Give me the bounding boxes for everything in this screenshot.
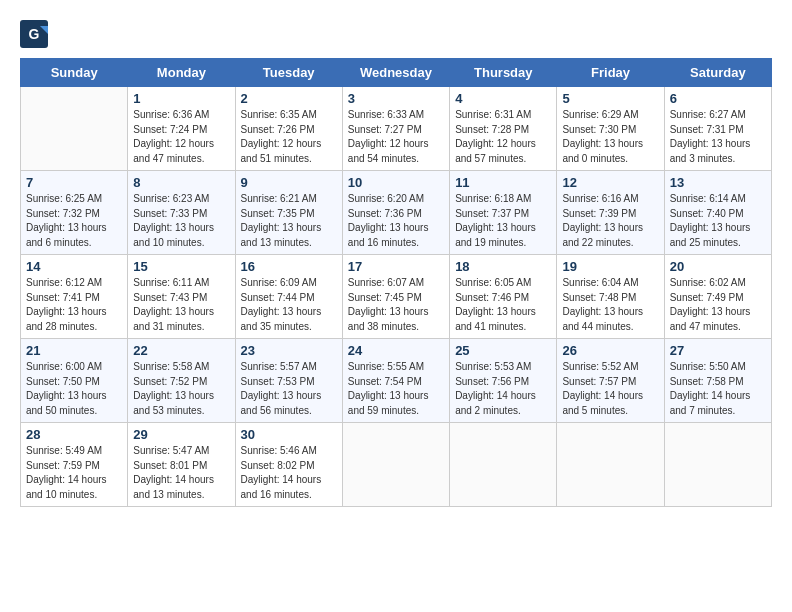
calendar-cell xyxy=(21,87,128,171)
day-info: Sunrise: 6:36 AMSunset: 7:24 PMDaylight:… xyxy=(133,108,229,166)
day-number: 8 xyxy=(133,175,229,190)
calendar-cell: 19Sunrise: 6:04 AMSunset: 7:48 PMDayligh… xyxy=(557,255,664,339)
day-number: 10 xyxy=(348,175,444,190)
day-info: Sunrise: 6:29 AMSunset: 7:30 PMDaylight:… xyxy=(562,108,658,166)
weekday-header-wednesday: Wednesday xyxy=(342,59,449,87)
page-header: G xyxy=(20,20,772,48)
calendar-cell: 5Sunrise: 6:29 AMSunset: 7:30 PMDaylight… xyxy=(557,87,664,171)
calendar-table: SundayMondayTuesdayWednesdayThursdayFrid… xyxy=(20,58,772,507)
day-info: Sunrise: 6:12 AMSunset: 7:41 PMDaylight:… xyxy=(26,276,122,334)
calendar-cell xyxy=(664,423,771,507)
day-number: 15 xyxy=(133,259,229,274)
weekday-header-tuesday: Tuesday xyxy=(235,59,342,87)
calendar-cell xyxy=(557,423,664,507)
calendar-cell: 10Sunrise: 6:20 AMSunset: 7:36 PMDayligh… xyxy=(342,171,449,255)
day-number: 24 xyxy=(348,343,444,358)
calendar-week-2: 7Sunrise: 6:25 AMSunset: 7:32 PMDaylight… xyxy=(21,171,772,255)
day-number: 9 xyxy=(241,175,337,190)
weekday-header-thursday: Thursday xyxy=(450,59,557,87)
calendar-cell: 25Sunrise: 5:53 AMSunset: 7:56 PMDayligh… xyxy=(450,339,557,423)
day-number: 3 xyxy=(348,91,444,106)
day-number: 25 xyxy=(455,343,551,358)
weekday-header-saturday: Saturday xyxy=(664,59,771,87)
day-info: Sunrise: 5:53 AMSunset: 7:56 PMDaylight:… xyxy=(455,360,551,418)
calendar-cell xyxy=(450,423,557,507)
day-number: 26 xyxy=(562,343,658,358)
day-info: Sunrise: 5:57 AMSunset: 7:53 PMDaylight:… xyxy=(241,360,337,418)
day-number: 27 xyxy=(670,343,766,358)
day-info: Sunrise: 6:31 AMSunset: 7:28 PMDaylight:… xyxy=(455,108,551,166)
calendar-cell: 18Sunrise: 6:05 AMSunset: 7:46 PMDayligh… xyxy=(450,255,557,339)
day-number: 13 xyxy=(670,175,766,190)
day-info: Sunrise: 6:21 AMSunset: 7:35 PMDaylight:… xyxy=(241,192,337,250)
calendar-cell: 27Sunrise: 5:50 AMSunset: 7:58 PMDayligh… xyxy=(664,339,771,423)
day-info: Sunrise: 6:09 AMSunset: 7:44 PMDaylight:… xyxy=(241,276,337,334)
calendar-cell: 30Sunrise: 5:46 AMSunset: 8:02 PMDayligh… xyxy=(235,423,342,507)
calendar-cell: 28Sunrise: 5:49 AMSunset: 7:59 PMDayligh… xyxy=(21,423,128,507)
day-info: Sunrise: 6:20 AMSunset: 7:36 PMDaylight:… xyxy=(348,192,444,250)
calendar-cell: 26Sunrise: 5:52 AMSunset: 7:57 PMDayligh… xyxy=(557,339,664,423)
day-info: Sunrise: 6:00 AMSunset: 7:50 PMDaylight:… xyxy=(26,360,122,418)
calendar-cell: 13Sunrise: 6:14 AMSunset: 7:40 PMDayligh… xyxy=(664,171,771,255)
day-number: 12 xyxy=(562,175,658,190)
calendar-cell: 2Sunrise: 6:35 AMSunset: 7:26 PMDaylight… xyxy=(235,87,342,171)
calendar-cell: 15Sunrise: 6:11 AMSunset: 7:43 PMDayligh… xyxy=(128,255,235,339)
day-info: Sunrise: 5:46 AMSunset: 8:02 PMDaylight:… xyxy=(241,444,337,502)
calendar-cell: 3Sunrise: 6:33 AMSunset: 7:27 PMDaylight… xyxy=(342,87,449,171)
calendar-cell: 16Sunrise: 6:09 AMSunset: 7:44 PMDayligh… xyxy=(235,255,342,339)
day-number: 28 xyxy=(26,427,122,442)
day-number: 19 xyxy=(562,259,658,274)
day-info: Sunrise: 5:55 AMSunset: 7:54 PMDaylight:… xyxy=(348,360,444,418)
calendar-week-4: 21Sunrise: 6:00 AMSunset: 7:50 PMDayligh… xyxy=(21,339,772,423)
day-info: Sunrise: 6:35 AMSunset: 7:26 PMDaylight:… xyxy=(241,108,337,166)
calendar-cell: 23Sunrise: 5:57 AMSunset: 7:53 PMDayligh… xyxy=(235,339,342,423)
weekday-header-friday: Friday xyxy=(557,59,664,87)
day-number: 7 xyxy=(26,175,122,190)
calendar-cell xyxy=(342,423,449,507)
calendar-cell: 21Sunrise: 6:00 AMSunset: 7:50 PMDayligh… xyxy=(21,339,128,423)
day-number: 22 xyxy=(133,343,229,358)
day-number: 30 xyxy=(241,427,337,442)
weekday-header-monday: Monday xyxy=(128,59,235,87)
day-number: 11 xyxy=(455,175,551,190)
day-info: Sunrise: 6:33 AMSunset: 7:27 PMDaylight:… xyxy=(348,108,444,166)
day-number: 23 xyxy=(241,343,337,358)
day-info: Sunrise: 6:14 AMSunset: 7:40 PMDaylight:… xyxy=(670,192,766,250)
day-info: Sunrise: 5:50 AMSunset: 7:58 PMDaylight:… xyxy=(670,360,766,418)
calendar-cell: 20Sunrise: 6:02 AMSunset: 7:49 PMDayligh… xyxy=(664,255,771,339)
calendar-cell: 24Sunrise: 5:55 AMSunset: 7:54 PMDayligh… xyxy=(342,339,449,423)
weekday-header-sunday: Sunday xyxy=(21,59,128,87)
day-info: Sunrise: 6:18 AMSunset: 7:37 PMDaylight:… xyxy=(455,192,551,250)
day-info: Sunrise: 6:05 AMSunset: 7:46 PMDaylight:… xyxy=(455,276,551,334)
day-number: 18 xyxy=(455,259,551,274)
calendar-week-5: 28Sunrise: 5:49 AMSunset: 7:59 PMDayligh… xyxy=(21,423,772,507)
logo-icon: G xyxy=(20,20,48,48)
svg-text:G: G xyxy=(29,26,40,42)
day-number: 6 xyxy=(670,91,766,106)
day-info: Sunrise: 6:02 AMSunset: 7:49 PMDaylight:… xyxy=(670,276,766,334)
calendar-cell: 14Sunrise: 6:12 AMSunset: 7:41 PMDayligh… xyxy=(21,255,128,339)
day-info: Sunrise: 5:49 AMSunset: 7:59 PMDaylight:… xyxy=(26,444,122,502)
calendar-header: SundayMondayTuesdayWednesdayThursdayFrid… xyxy=(21,59,772,87)
calendar-cell: 29Sunrise: 5:47 AMSunset: 8:01 PMDayligh… xyxy=(128,423,235,507)
day-number: 20 xyxy=(670,259,766,274)
calendar-cell: 22Sunrise: 5:58 AMSunset: 7:52 PMDayligh… xyxy=(128,339,235,423)
day-info: Sunrise: 6:23 AMSunset: 7:33 PMDaylight:… xyxy=(133,192,229,250)
day-number: 16 xyxy=(241,259,337,274)
day-info: Sunrise: 6:25 AMSunset: 7:32 PMDaylight:… xyxy=(26,192,122,250)
calendar-week-3: 14Sunrise: 6:12 AMSunset: 7:41 PMDayligh… xyxy=(21,255,772,339)
day-number: 2 xyxy=(241,91,337,106)
calendar-cell: 17Sunrise: 6:07 AMSunset: 7:45 PMDayligh… xyxy=(342,255,449,339)
day-number: 1 xyxy=(133,91,229,106)
day-info: Sunrise: 6:11 AMSunset: 7:43 PMDaylight:… xyxy=(133,276,229,334)
calendar-cell: 6Sunrise: 6:27 AMSunset: 7:31 PMDaylight… xyxy=(664,87,771,171)
calendar-week-1: 1Sunrise: 6:36 AMSunset: 7:24 PMDaylight… xyxy=(21,87,772,171)
calendar-cell: 9Sunrise: 6:21 AMSunset: 7:35 PMDaylight… xyxy=(235,171,342,255)
day-info: Sunrise: 5:47 AMSunset: 8:01 PMDaylight:… xyxy=(133,444,229,502)
calendar-cell: 11Sunrise: 6:18 AMSunset: 7:37 PMDayligh… xyxy=(450,171,557,255)
day-info: Sunrise: 6:16 AMSunset: 7:39 PMDaylight:… xyxy=(562,192,658,250)
day-info: Sunrise: 5:58 AMSunset: 7:52 PMDaylight:… xyxy=(133,360,229,418)
calendar-cell: 4Sunrise: 6:31 AMSunset: 7:28 PMDaylight… xyxy=(450,87,557,171)
day-number: 14 xyxy=(26,259,122,274)
logo: G xyxy=(20,20,50,48)
